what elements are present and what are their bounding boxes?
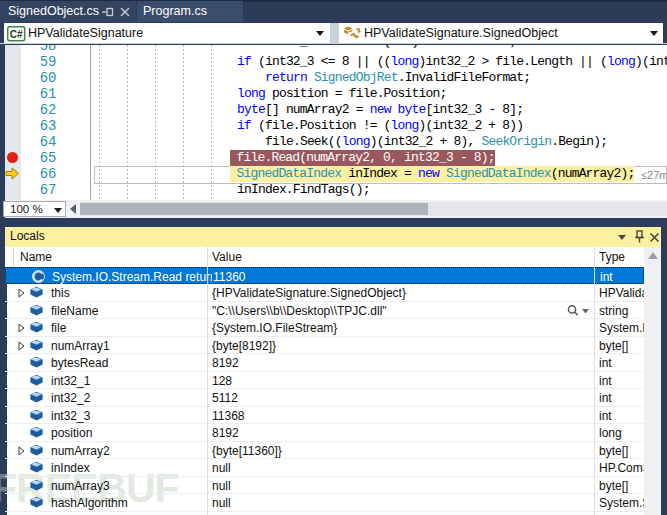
svg-text:C#: C# bbox=[10, 28, 23, 39]
